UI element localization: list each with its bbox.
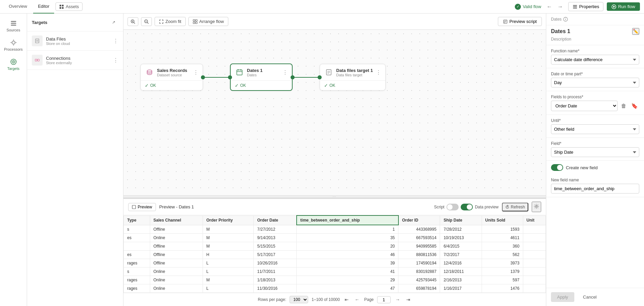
zoom-fit-button[interactable]: Zoom fit [155, 17, 186, 26]
zoom-out-button[interactable] [141, 17, 152, 26]
node-data-files-target[interactable]: Data files target 1 Data files target ⋮ … [320, 64, 386, 91]
zoom-in-icon [131, 19, 135, 24]
preview-script-button[interactable]: Preview script [498, 17, 542, 26]
cell-units-sold: 1476 [482, 284, 523, 293]
fields-to-process-select[interactable]: Order Date Ship Date Order ID [551, 101, 618, 111]
dates-1-status-label: OK [240, 83, 246, 88]
until-select[interactable]: Other field Today Custom date [551, 124, 639, 134]
arrange-flow-button[interactable]: Arrange flow [188, 17, 228, 26]
conn-dot-left-2 [291, 75, 295, 79]
cell-order-id: 425793445 [398, 276, 440, 284]
connections-sub: Store externally [46, 61, 110, 65]
preview-title-button[interactable]: Preview [128, 203, 156, 211]
sources-icon [10, 20, 17, 27]
redo-button[interactable]: → [555, 2, 565, 11]
until-group: Until* Other field Today Custom date [546, 115, 644, 138]
cell-order-date: 10/26/2016 [254, 259, 297, 267]
cell-order-id: 667593514 [398, 234, 440, 242]
connector-1 [203, 77, 230, 78]
create-new-field-toggle[interactable] [551, 164, 563, 171]
cancel-button[interactable]: Cancel [577, 292, 603, 302]
conn-dot-right-1 [228, 75, 232, 79]
cell-ship-date: 6/4/2015 [440, 242, 482, 251]
tab-editor[interactable]: Editor [33, 0, 54, 14]
sales-records-menu-button[interactable]: ⋮ [193, 69, 199, 76]
refresh-button[interactable]: Refresh [502, 203, 528, 211]
function-name-label: Function name* [551, 49, 639, 53]
dates-icon [235, 68, 244, 77]
apply-button[interactable]: Apply [551, 292, 574, 302]
targets-expand-button[interactable]: ↗ [109, 18, 118, 27]
rows-per-page-select[interactable]: 100 50 25 [290, 296, 308, 303]
date-part-select[interactable]: Day Month Year Hour Minute [551, 78, 639, 87]
script-toggle-switch[interactable] [446, 204, 459, 210]
table-row: rages Offline L 10/26/2016 39 174590194 … [124, 259, 546, 267]
svg-rect-0 [60, 5, 61, 6]
svg-rect-6 [573, 8, 577, 8]
cell-order-date: 9/14/2013 [254, 234, 297, 242]
node-dates-1[interactable]: Dates 1 Dates ⋮ ✓ OK [230, 63, 293, 91]
node-sales-records-header: Sales Records Dataset source ⋮ [141, 64, 203, 81]
connector-2 [293, 77, 320, 78]
field-group: Field* Ship Date Order Date [546, 138, 644, 161]
target-item-datafiles[interactable]: Data Files Store on cloud ⋮ [27, 31, 123, 51]
properties-button[interactable]: Properties [568, 2, 603, 11]
cell-order-date: 5/15/2015 [254, 242, 297, 251]
dates-1-menu-button[interactable]: ⋮ [282, 69, 288, 76]
canvas-content[interactable]: Sales Records Dataset source ⋮ ✓ OK [123, 30, 546, 195]
cell-unit [523, 284, 546, 293]
page-input[interactable] [377, 296, 391, 303]
cell-ship-date: 12/18/2011 [440, 267, 482, 276]
node-sales-records[interactable]: Sales Records Dataset source ⋮ ✓ OK [140, 64, 203, 91]
data-preview-toggle-switch[interactable] [461, 204, 473, 210]
bookmark-button[interactable]: 🔖 [630, 101, 639, 110]
tab-assets[interactable]: Assets [55, 2, 83, 11]
run-flow-button[interactable]: Run flow [607, 2, 640, 11]
cell-time-between: 46 [297, 251, 398, 259]
cell-units-sold: 1593 [482, 225, 523, 234]
first-page-button[interactable]: ⇤ [343, 296, 350, 303]
sidebar-item-processors[interactable]: Processors [2, 36, 25, 54]
function-name-select[interactable]: Calculate date difference Add days Subtr… [551, 55, 639, 65]
svg-rect-33 [193, 20, 195, 21]
dates-1-title: Dates 1 [247, 68, 262, 73]
field-select[interactable]: Ship Date Order Date [551, 147, 639, 157]
cell-order-id: 659878194 [398, 284, 440, 293]
create-field-toggle: Create new field [551, 164, 598, 171]
datafiles-info: Data Files Store on cloud [46, 36, 110, 46]
svg-rect-11 [11, 25, 16, 26]
cell-type: es [124, 234, 150, 242]
zoom-fit-icon [159, 19, 164, 24]
left-sidebar: Sources Processors Targets [0, 14, 27, 306]
prev-page-button[interactable]: ← [353, 296, 361, 303]
data-files-menu-button[interactable]: ⋮ [376, 69, 381, 76]
sidebar-item-targets[interactable]: Targets [2, 55, 25, 73]
connections-menu-button[interactable]: ⋮ [113, 57, 118, 63]
fields-to-process-row: Order Date Ship Date Order ID 🗑 🔖 [551, 101, 639, 111]
datafiles-sub: Store on cloud [46, 42, 110, 46]
cell-sales-channel: Online [150, 276, 203, 284]
script-toggle-label: Script [434, 205, 444, 209]
data-table: Type Sales Channel Order Priority Order … [123, 215, 546, 293]
last-page-button[interactable]: ⇥ [405, 296, 412, 303]
zoom-in-button[interactable] [128, 17, 138, 26]
settings-button[interactable] [532, 202, 541, 212]
target-item-connections[interactable]: Connections Store externally ⋮ [27, 51, 123, 70]
data-files-target-info: Data files target 1 Data files target [336, 68, 373, 77]
next-page-button[interactable]: → [394, 296, 401, 303]
tab-overview[interactable]: Overview [4, 0, 32, 14]
sidebar-item-sources[interactable]: Sources [2, 17, 25, 35]
datafiles-menu-button[interactable]: ⋮ [113, 38, 118, 44]
svg-point-19 [13, 61, 14, 62]
edit-button[interactable]: ✏️ [632, 28, 639, 35]
cell-time-between: 39 [297, 259, 398, 267]
svg-rect-9 [11, 21, 16, 22]
svg-rect-34 [196, 20, 197, 21]
processors-label: Processors [4, 47, 23, 51]
delete-field-button[interactable]: 🗑 [620, 102, 628, 110]
data-table-wrapper[interactable]: Type Sales Channel Order Priority Order … [123, 215, 546, 293]
new-field-name-input[interactable] [551, 184, 639, 194]
resize-handle[interactable]: ⋯ [123, 195, 546, 198]
connection-icon [34, 57, 40, 63]
undo-button[interactable]: ← [545, 2, 554, 11]
